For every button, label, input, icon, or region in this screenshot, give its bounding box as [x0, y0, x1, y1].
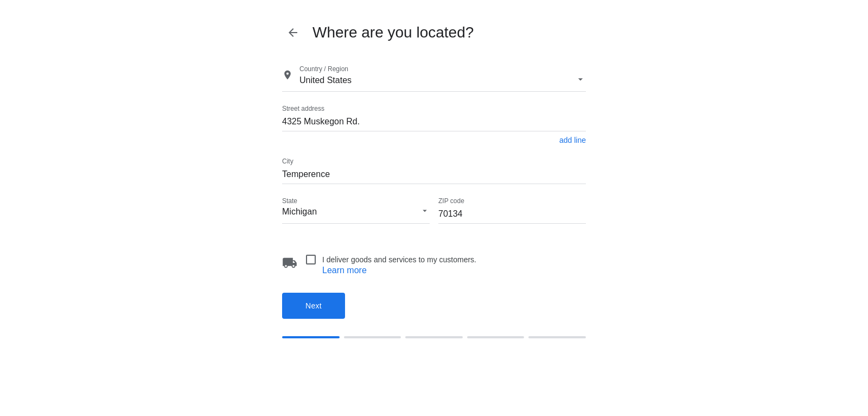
country-dropdown-icon [575, 74, 586, 87]
country-select-inner[interactable]: Country / Region United States [299, 65, 586, 87]
progress-segment-1 [282, 336, 340, 338]
checkbox-label: I deliver goods and services to my custo… [322, 255, 476, 264]
checkbox-wrapper: I deliver goods and services to my custo… [306, 254, 476, 275]
zip-input[interactable] [438, 207, 586, 224]
delivery-checkbox[interactable] [306, 255, 316, 264]
street-label: Street address [282, 105, 586, 112]
form-section: Country / Region United States [282, 65, 586, 338]
state-group: State Michigan Alabama Alaska California… [282, 197, 430, 224]
checkbox-text-area: I deliver goods and services to my custo… [322, 254, 476, 275]
zip-label: ZIP code [438, 197, 586, 205]
state-select-container[interactable]: Michigan Alabama Alaska California Texas [282, 207, 430, 217]
checkbox-section: I deliver goods and services to my custo… [282, 254, 586, 275]
state-label: State [282, 197, 430, 205]
content-area: Where are you located? Country / Region … [271, 22, 597, 338]
back-arrow-icon [286, 26, 299, 39]
street-group: Street address [282, 105, 586, 131]
zip-group: ZIP code [438, 197, 586, 224]
city-label: City [282, 157, 586, 165]
progress-segment-3 [405, 336, 463, 338]
state-zip-row: State Michigan Alabama Alaska California… [282, 197, 586, 237]
city-input[interactable] [282, 167, 586, 184]
progress-segment-5 [528, 336, 586, 338]
page-title: Where are you located? [312, 24, 474, 41]
page-header: Where are you located? [282, 22, 586, 43]
country-value: United States [299, 75, 352, 85]
country-group: Country / Region United States [282, 65, 586, 92]
street-input[interactable] [282, 115, 586, 131]
country-select-display[interactable]: United States [299, 74, 586, 87]
location-pin-icon [282, 70, 293, 83]
state-select[interactable]: Michigan Alabama Alaska California Texas [282, 207, 430, 216]
page-container: Where are you located? Country / Region … [0, 0, 868, 416]
learn-more-link[interactable]: Learn more [322, 266, 476, 275]
add-line-link[interactable]: add line [282, 136, 586, 144]
delivery-truck-icon [282, 255, 297, 273]
city-group: City [282, 157, 586, 184]
country-select-wrapper: Country / Region United States [282, 65, 586, 92]
back-button[interactable] [282, 22, 304, 43]
progress-segment-4 [467, 336, 525, 338]
next-button[interactable]: Next [282, 293, 345, 319]
country-label: Country / Region [299, 65, 586, 73]
progress-bar [282, 336, 586, 338]
progress-segment-2 [344, 336, 401, 338]
